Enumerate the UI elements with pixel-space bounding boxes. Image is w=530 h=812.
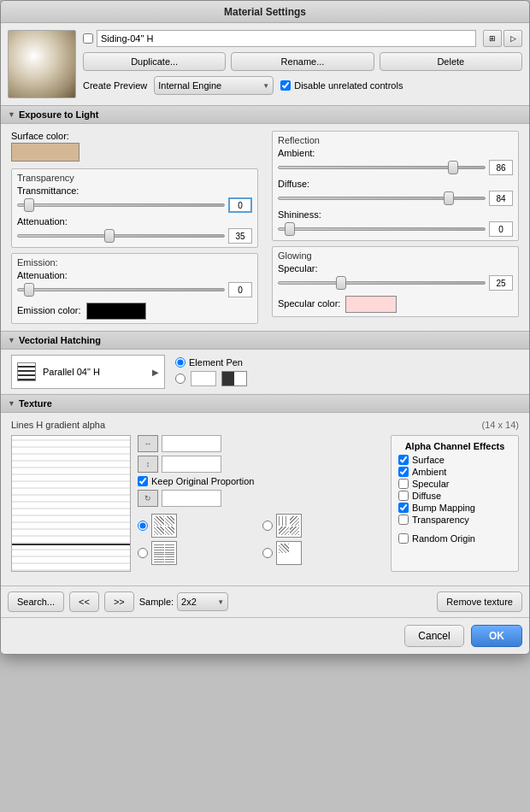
specular-thumb[interactable] bbox=[336, 276, 346, 290]
alpha-transparency-label: Transparency bbox=[412, 515, 469, 525]
element-pen-radio[interactable] bbox=[175, 357, 186, 368]
emission-attenuation-thumb[interactable] bbox=[24, 283, 34, 297]
rename-button[interactable]: Rename... bbox=[231, 52, 374, 71]
arrow-icon-btn[interactable]: ▷ bbox=[504, 30, 522, 47]
pen-number-input[interactable]: 1 bbox=[191, 371, 216, 386]
pattern-radio-1-input[interactable] bbox=[138, 521, 148, 531]
texture-height-input[interactable]: 4" bbox=[162, 456, 221, 473]
prev-button[interactable]: << bbox=[69, 591, 99, 612]
sample-select[interactable]: 2x2 4x4 bbox=[177, 592, 228, 611]
ambient-slider[interactable] bbox=[278, 161, 486, 174]
keep-proportion-checkbox[interactable] bbox=[138, 476, 148, 486]
texture-name-label: Lines H gradient alpha bbox=[11, 420, 105, 430]
diffuse-slider[interactable] bbox=[278, 191, 486, 205]
remove-texture-button[interactable]: Remove texture bbox=[437, 591, 522, 612]
specular-value[interactable]: 25 bbox=[489, 275, 513, 291]
pattern-radio-3-input[interactable] bbox=[138, 548, 148, 558]
diffuse-thumb[interactable] bbox=[444, 191, 454, 205]
shininess-label: Shininess: bbox=[278, 209, 513, 220]
texture-preview bbox=[11, 435, 131, 572]
random-origin-label: Random Origin bbox=[412, 533, 475, 544]
emission-label: Emission: bbox=[17, 257, 252, 268]
diffuse-slider-row: 84 bbox=[278, 191, 513, 206]
alpha-ambient-checkbox[interactable] bbox=[398, 467, 409, 477]
attenuation-label: Attenuation: bbox=[17, 216, 252, 227]
ambient-thumb[interactable] bbox=[448, 161, 458, 174]
grid-icon-btn[interactable]: ⊞ bbox=[483, 30, 502, 47]
alpha-bump-checkbox[interactable] bbox=[398, 503, 409, 513]
transmittance-slider-row: 0 bbox=[17, 197, 252, 213]
material-name-field[interactable]: Siding-04" H bbox=[97, 30, 476, 47]
hatching-row: Parallel 04" H ▶ Element Pen 1 bbox=[8, 350, 522, 394]
texture-preview-line bbox=[12, 544, 130, 545]
pattern-radio-4-input[interactable] bbox=[262, 548, 273, 558]
specular-track bbox=[278, 281, 486, 285]
final-buttons-bar: Cancel OK bbox=[1, 617, 529, 654]
create-preview-label: Create Preview bbox=[83, 80, 147, 91]
alpha-bump-row: Bump Mapping bbox=[398, 503, 511, 513]
transmittance-slider[interactable] bbox=[17, 198, 225, 212]
duplicate-button[interactable]: Duplicate... bbox=[83, 52, 226, 71]
shininess-thumb[interactable] bbox=[285, 222, 295, 236]
disable-controls-checkbox[interactable] bbox=[280, 80, 291, 91]
action-buttons-row: Duplicate... Rename... Delete bbox=[83, 52, 522, 71]
texture-width-input[interactable]: 4" bbox=[162, 435, 221, 452]
emission-attenuation-value[interactable]: 0 bbox=[228, 282, 252, 297]
pattern-radio-2 bbox=[262, 514, 384, 538]
pen-row: 1 bbox=[175, 371, 247, 386]
emission-attenuation-row: 0 bbox=[17, 282, 252, 297]
alpha-transparency-checkbox[interactable] bbox=[398, 515, 409, 525]
attenuation-slider[interactable] bbox=[17, 229, 225, 243]
material-name-row: Siding-04" H ⊞ ▷ bbox=[83, 30, 522, 47]
exposure-section-header: ▼ Exposure to Light bbox=[1, 105, 529, 124]
alpha-ambient-label: Ambient bbox=[412, 467, 446, 477]
hatching-pattern-select[interactable]: Parallel 04" H ▶ bbox=[11, 355, 165, 389]
top-right-panel: Siding-04" H ⊞ ▷ Duplicate... Rename... … bbox=[83, 30, 522, 98]
ambient-value[interactable]: 86 bbox=[489, 160, 513, 175]
alpha-diffuse-checkbox[interactable] bbox=[398, 491, 409, 501]
shininess-slider-row: 0 bbox=[278, 221, 513, 237]
transmittance-label: Transmittance: bbox=[17, 185, 252, 196]
ok-button[interactable]: OK bbox=[471, 625, 522, 647]
shininess-slider[interactable] bbox=[278, 222, 486, 236]
emission-attenuation-track bbox=[17, 288, 225, 291]
emission-box: Emission: Attenuation: 0 Emission colo bbox=[11, 253, 258, 324]
alpha-transparency-row: Transparency bbox=[398, 515, 511, 525]
rotation-input[interactable]: 0.00° bbox=[162, 490, 221, 507]
transmittance-track bbox=[17, 203, 225, 207]
ambient-track bbox=[278, 166, 486, 169]
attenuation-thumb[interactable] bbox=[104, 229, 115, 243]
texture-body: ↔ 4" ↕ 4" Keep Original Proportion bbox=[11, 435, 519, 572]
transmittance-value[interactable]: 0 bbox=[228, 197, 252, 213]
emission-attenuation-slider[interactable] bbox=[17, 283, 225, 297]
emission-color-swatch[interactable] bbox=[86, 303, 146, 320]
pattern-radio-2-input[interactable] bbox=[262, 521, 273, 531]
delete-button[interactable]: Delete bbox=[380, 52, 522, 71]
search-button[interactable]: Search... bbox=[8, 591, 64, 612]
alpha-specular-checkbox[interactable] bbox=[398, 479, 409, 489]
alpha-surface-checkbox[interactable] bbox=[398, 455, 409, 465]
reflection-label: Reflection bbox=[278, 135, 513, 145]
disable-controls-label[interactable]: Disable unrelated controls bbox=[280, 80, 403, 91]
attenuation-value[interactable]: 35 bbox=[228, 228, 252, 244]
diffuse-value[interactable]: 84 bbox=[489, 191, 513, 206]
specular-color-label: Specular color: bbox=[278, 298, 340, 309]
exposure-grid: Surface color: Transparency Transmittanc… bbox=[11, 131, 519, 324]
custom-pen-radio[interactable] bbox=[175, 374, 186, 384]
transmittance-thumb[interactable] bbox=[24, 198, 34, 212]
random-origin-checkbox[interactable] bbox=[398, 533, 409, 544]
next-button[interactable]: >> bbox=[104, 591, 134, 612]
hatching-section-label: Vectorial Hatching bbox=[19, 335, 101, 345]
pattern-radio-3 bbox=[138, 541, 259, 565]
reflection-box: Reflection Ambient: 86 Diffuse: bbox=[272, 131, 519, 241]
specular-color-swatch[interactable] bbox=[345, 296, 397, 313]
cancel-button[interactable]: Cancel bbox=[404, 625, 464, 647]
surface-color-swatch[interactable] bbox=[11, 143, 80, 162]
shininess-value[interactable]: 0 bbox=[489, 221, 513, 237]
hatching-pattern-name: Parallel 04" H bbox=[43, 367, 100, 377]
engine-select[interactable]: Internal Engine bbox=[154, 76, 274, 95]
material-checkbox[interactable] bbox=[83, 33, 93, 44]
create-preview-row: Create Preview Internal Engine Disable u… bbox=[83, 76, 522, 95]
ambient-label: Ambient: bbox=[278, 148, 513, 158]
specular-slider[interactable] bbox=[278, 276, 486, 290]
